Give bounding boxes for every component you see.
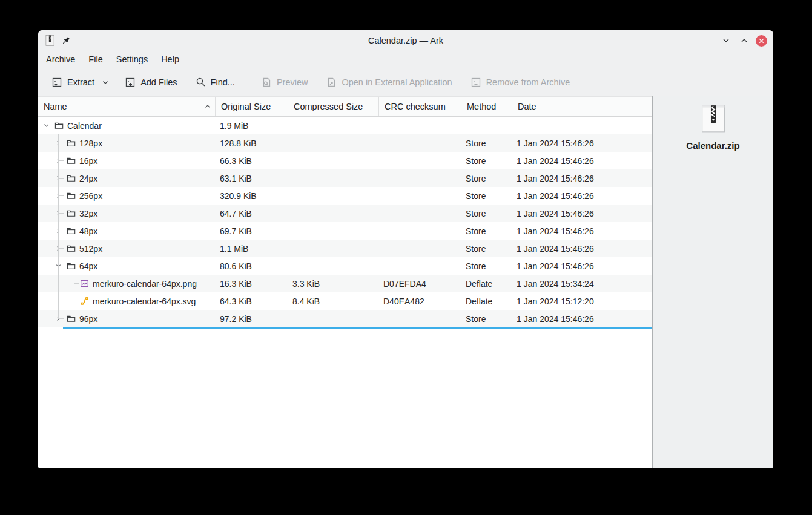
entry-method: Deflate (461, 275, 512, 292)
entry-date: 1 Jan 2024 15:46:26 (512, 310, 652, 327)
menu-archive[interactable]: Archive (39, 52, 82, 67)
entry-date: 1 Jan 2024 15:46:26 (512, 257, 652, 275)
entry-date: 1 Jan 2024 15:46:26 (512, 152, 652, 169)
entry-crc (379, 257, 461, 275)
entry-name: 16px (79, 156, 97, 166)
zip-archive-icon[interactable] (45, 35, 54, 46)
entry-crc (379, 222, 461, 240)
entry-method: Deflate (461, 292, 512, 310)
current-item-indicator (63, 327, 652, 329)
add-files-icon (125, 77, 136, 88)
open-external-button: Open in External Application (320, 72, 458, 93)
entry-original-size: 16.3 KiB (216, 275, 288, 292)
open-external-label: Open in External Application (342, 77, 452, 87)
archive-folder-row[interactable]: 128px128.8 KiBStore1 Jan 2024 15:46:26 (38, 134, 652, 152)
tree-branch-line (59, 231, 64, 231)
add-files-button[interactable]: Add Files (119, 72, 183, 93)
tree-rows: Calendar1.9 MiB128px128.8 KiBStore1 Jan … (38, 117, 652, 327)
table-header: Name Original Size Compressed Size CRC c… (38, 96, 652, 117)
preview-panel: Calendar.zip (652, 96, 773, 468)
entry-compressed-size (288, 134, 379, 152)
close-button[interactable] (756, 35, 767, 47)
entry-original-size: 63.1 KiB (216, 169, 288, 187)
tree-branch-line (74, 275, 74, 301)
entry-method: Store (461, 152, 512, 169)
archive-folder-row[interactable]: 256px320.9 KiBStore1 Jan 2024 15:46:26 (38, 187, 652, 205)
column-header-crc[interactable]: CRC checksum (379, 97, 461, 116)
entry-method: Store (461, 310, 512, 327)
archive-folder-row[interactable]: 32px64.7 KiBStore1 Jan 2024 15:46:26 (38, 205, 652, 222)
window-title: Calendar.zip — Ark (38, 36, 773, 45)
menu-settings[interactable]: Settings (110, 52, 154, 67)
entry-name: 128px (79, 139, 102, 148)
toolbar-separator (246, 73, 246, 91)
folder-icon (66, 209, 76, 218)
entry-method: Store (461, 169, 512, 187)
column-header-method[interactable]: Method (461, 97, 512, 116)
tree-branch-line (59, 213, 64, 214)
maximize-button[interactable] (738, 34, 751, 47)
minimize-button[interactable] (719, 34, 733, 47)
tree-branch-line (59, 178, 64, 179)
png-image-icon (79, 279, 89, 289)
entry-name: Calendar (67, 121, 102, 131)
titlebar[interactable]: Calendar.zip — Ark (38, 30, 773, 51)
archive-folder-row[interactable]: 512px1.1 MiBStore1 Jan 2024 15:46:26 (38, 240, 652, 257)
entry-original-size: 1.1 MiB (216, 240, 288, 257)
entry-method: Store (461, 205, 512, 222)
entry-name: 24px (79, 174, 97, 183)
archive-folder-row[interactable]: 16px66.3 KiBStore1 Jan 2024 15:46:26 (38, 152, 652, 169)
entry-date: 1 Jan 2024 15:46:26 (512, 169, 652, 187)
menu-file[interactable]: File (82, 52, 109, 67)
tree-branch-line (59, 160, 64, 161)
remove-from-archive-label: Remove from Archive (486, 77, 570, 87)
entry-original-size: 320.9 KiB (216, 187, 288, 205)
entry-method: Store (461, 240, 512, 257)
entry-compressed-size: 3.3 KiB (288, 275, 379, 292)
remove-from-archive-button: Remove from Archive (464, 72, 576, 93)
column-header-compressed-size[interactable]: Compressed Size (288, 97, 379, 116)
entry-name: 256px (79, 191, 102, 201)
archive-file-row[interactable]: merkuro-calendar-64px.png16.3 KiB3.3 KiB… (38, 275, 652, 292)
entry-date: 1 Jan 2024 15:46:26 (512, 187, 652, 205)
tree-branch-line (59, 318, 64, 319)
ark-window: Calendar.zip — Ark Archive File Settings (38, 30, 773, 468)
archive-folder-row[interactable]: 64px80.6 KiBStore1 Jan 2024 15:46:26 (38, 257, 652, 275)
folder-icon (66, 226, 76, 236)
archive-folder-row[interactable]: 96px97.2 KiBStore1 Jan 2024 15:46:26 (38, 310, 652, 327)
folder-icon (66, 139, 76, 148)
entry-method: Store (461, 257, 512, 275)
folder-icon (66, 314, 76, 324)
extract-icon (51, 77, 62, 88)
archive-folder-row[interactable]: 48px69.7 KiBStore1 Jan 2024 15:46:26 (38, 222, 652, 240)
entry-crc (379, 240, 461, 257)
tree-branch-line (74, 301, 79, 301)
pin-icon[interactable] (62, 36, 71, 45)
entry-original-size: 1.9 MiB (216, 117, 288, 134)
entry-name: 96px (79, 314, 97, 324)
archive-file-row[interactable]: merkuro-calendar-64px.svg64.3 KiB8.4 KiB… (38, 292, 652, 310)
entry-compressed-size: 8.4 KiB (288, 292, 379, 310)
column-header-name[interactable]: Name (38, 97, 216, 116)
entry-original-size: 128.8 KiB (216, 134, 288, 152)
entry-name: 512px (79, 244, 102, 254)
tree-branch-line (59, 248, 64, 249)
extract-button[interactable]: Extract (45, 72, 115, 93)
folder-icon (66, 156, 76, 166)
entry-original-size: 64.7 KiB (216, 205, 288, 222)
search-icon (196, 77, 206, 87)
entry-method: Store (461, 222, 512, 240)
entry-crc (379, 205, 461, 222)
column-header-date[interactable]: Date (512, 97, 652, 116)
folder-icon (66, 261, 76, 271)
find-button[interactable]: Find... (190, 72, 241, 92)
column-header-original-size[interactable]: Original Size (216, 97, 288, 116)
entry-compressed-size (288, 257, 379, 275)
entry-compressed-size (288, 117, 379, 134)
archive-folder-row[interactable]: 24px63.1 KiBStore1 Jan 2024 15:46:26 (38, 169, 652, 187)
menu-help[interactable]: Help (154, 52, 186, 67)
entry-date (512, 117, 652, 134)
expander-chevron-down-icon[interactable] (42, 122, 50, 130)
archive-folder-row[interactable]: Calendar1.9 MiB (38, 117, 652, 134)
entry-date: 1 Jan 2024 15:34:24 (512, 275, 652, 292)
